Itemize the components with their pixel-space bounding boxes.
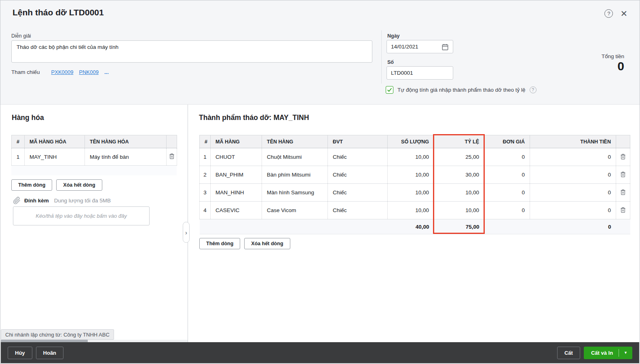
col-header-actions [167, 135, 177, 148]
products-table-header-row: # MÃ HÀNG TÊN HÀNG ĐVT SỐ LƯỢNG TỶ LỆ ĐƠ… [200, 135, 630, 148]
cell-unit[interactable]: Chiếc [328, 202, 388, 219]
close-icon[interactable]: ✕ [620, 9, 627, 18]
form-vertical-divider [381, 30, 382, 84]
cell-ratio[interactable]: 25,00 [434, 148, 484, 166]
caret-down-icon: ▼ [624, 351, 627, 355]
date-label: Ngày [387, 33, 400, 39]
reference-row: Tham chiếu PXK0009 PNK009 ... [11, 69, 109, 75]
attachment-row: Đính kèm Dung lượng tối đa 5MB [13, 197, 111, 204]
products-table-row[interactable]: 2 BAN_PHIM Bàn phím Mitsumi Chiếc 10,00 … [200, 166, 630, 184]
cell-unit-price[interactable]: 0 [484, 184, 530, 202]
cell-code[interactable]: MAN_HINH [211, 184, 262, 202]
cell-quantity[interactable]: 10,00 [388, 166, 434, 184]
attachment-size-hint: Dung lượng tối đa 5MB [54, 198, 111, 204]
dismantling-order-dialog: Lệnh tháo dỡ LTD0001 ? ✕ Diễn giải Tháo … [0, 0, 640, 364]
number-label: Số [387, 59, 394, 65]
page-title: Lệnh tháo dỡ LTD0001 [13, 8, 104, 17]
date-field[interactable]: 14/01/2021 [387, 40, 453, 53]
cell-unit[interactable]: Chiếc [328, 166, 388, 184]
auto-price-checkbox-label: Tự động tính giá nhập thành phẩm tháo dỡ… [397, 87, 526, 93]
trash-icon [620, 153, 626, 160]
goods-panel: Hàng hóa # MÃ HÀNG HÓA TÊN HÀNG HÓA 1 MA… [1, 105, 188, 340]
delete-row-button[interactable] [618, 206, 628, 213]
cell-name[interactable]: Case Vicom [262, 202, 328, 219]
description-input[interactable]: Tháo dỡ các bộ phận chi tiết của máy tín… [11, 40, 372, 63]
products-panel: Thành phẩm tháo dỡ: MAY_TINH # MÃ HÀNG T… [188, 105, 639, 342]
cell-name[interactable]: Màn hình Samsung [262, 184, 328, 202]
goods-table-empty-area [11, 166, 177, 175]
cell-code[interactable]: CASEVIC [211, 202, 262, 219]
delete-row-button[interactable] [618, 171, 628, 178]
cell-ratio[interactable]: 10,00 [434, 184, 484, 202]
cell-unit[interactable]: Chiếc [328, 184, 388, 202]
products-panel-title: Thành phẩm tháo dỡ: MAY_TINH [199, 114, 309, 122]
col-header-index: # [12, 135, 25, 148]
auto-price-checkbox[interactable] [386, 86, 393, 94]
cell-amount[interactable]: 0 [530, 166, 616, 184]
products-table-row[interactable]: 4 CASEVIC Case Vicom Chiếc 10,00 10,00 0… [200, 202, 630, 219]
col-header-ratio: TỶ LỆ [434, 135, 484, 148]
trash-icon [620, 171, 626, 178]
cell-amount[interactable]: 0 [530, 148, 616, 166]
cell-item-code[interactable]: MAY_TINH [25, 148, 85, 166]
collapse-panel-handle[interactable]: › [183, 222, 190, 243]
col-header-name: TÊN HÀNG [262, 135, 328, 148]
clear-rows-button[interactable]: Xóa hết dòng [244, 238, 290, 249]
cell-code[interactable]: CHUOT [211, 148, 262, 166]
products-table-row[interactable]: 1 CHUOT Chuột Mitsumi Chiếc 10,00 25,00 … [200, 148, 630, 166]
clear-rows-button[interactable]: Xóa hết dòng [56, 179, 102, 191]
cell-ratio[interactable]: 30,00 [434, 166, 484, 184]
reference-link-pnk[interactable]: PNK009 [79, 69, 98, 75]
col-header-unit-price: ĐƠN GIÁ [484, 135, 530, 148]
calendar-icon[interactable] [441, 43, 449, 50]
cell-unit-price[interactable]: 0 [484, 202, 530, 219]
cell-quantity[interactable]: 10,00 [388, 184, 434, 202]
auto-price-hint-icon[interactable]: ? [530, 86, 537, 93]
cell-code[interactable]: BAN_PHIM [211, 166, 262, 184]
save-options-dropdown[interactable]: ▼ [619, 347, 632, 359]
total-quantity: 40,00 [388, 219, 434, 234]
cell-quantity[interactable]: 10,00 [388, 148, 434, 166]
cell-quantity[interactable]: 10,00 [388, 202, 434, 219]
cell-unit-price[interactable]: 0 [484, 148, 530, 166]
cancel-button[interactable]: Hủy [8, 347, 32, 359]
products-table-row[interactable]: 3 MAN_HINH Màn hình Samsung Chiếc 10,00 … [200, 184, 630, 202]
reference-link-pxk[interactable]: PXK0009 [51, 69, 74, 75]
add-row-button[interactable]: Thêm dòng [11, 179, 52, 191]
number-input[interactable] [387, 66, 453, 80]
file-dropzone[interactable]: Kéo/thả tệp vào đây hoặc bấm vào đây [13, 206, 150, 225]
cell-name[interactable]: Bàn phím Mitsumi [262, 166, 328, 184]
col-header-code: MÃ HÀNG [211, 135, 262, 148]
trash-icon [169, 153, 175, 160]
cell-ratio[interactable]: 10,00 [434, 202, 484, 219]
delete-row-button[interactable] [168, 153, 175, 160]
total-amount: 0 [530, 219, 616, 234]
save-button[interactable]: Cất [557, 347, 580, 359]
col-header-index: # [200, 135, 211, 148]
cell-item-name: Máy tính để bàn [85, 148, 167, 166]
cell-name[interactable]: Chuột Mitsumi [262, 148, 328, 166]
branch-status-note: Chi nhánh lập chứng từ: Công ty TNHH ABC [1, 329, 114, 340]
cell-unit-price[interactable]: 0 [484, 166, 530, 184]
save-and-print-button[interactable]: Cất và In [584, 347, 619, 359]
col-header-item-name: TÊN HÀNG HÓA [85, 135, 167, 148]
add-row-button[interactable]: Thêm dòng [199, 238, 240, 249]
goods-table-row[interactable]: 1 MAY_TINH Máy tính để bàn [12, 148, 177, 166]
total-amount-label: Tổng tiền [602, 53, 624, 59]
reference-more-link[interactable]: ... [104, 69, 109, 75]
attachment-label: Đính kèm [24, 198, 49, 204]
postpone-button[interactable]: Hoãn [36, 347, 64, 359]
cell-index: 2 [200, 166, 211, 184]
cell-unit[interactable]: Chiếc [328, 148, 388, 166]
cell-amount[interactable]: 0 [530, 202, 616, 219]
chevron-right-icon: › [185, 229, 187, 236]
products-table: # MÃ HÀNG TÊN HÀNG ĐVT SỐ LƯỢNG TỶ LỆ ĐƠ… [199, 135, 630, 234]
footer-action-bar: Hủy Hoãn Cất Cất và In ▼ [1, 342, 639, 363]
products-table-total-row: 40,00 75,00 0 [200, 219, 630, 234]
help-icon[interactable]: ? [604, 9, 613, 18]
delete-row-button[interactable] [618, 189, 628, 196]
col-header-item-code: MÃ HÀNG HÓA [25, 135, 85, 148]
delete-row-button[interactable] [618, 153, 628, 160]
cell-amount[interactable]: 0 [530, 184, 616, 202]
form-header-section: Lệnh tháo dỡ LTD0001 ? ✕ Diễn giải Tháo … [0, 0, 640, 105]
